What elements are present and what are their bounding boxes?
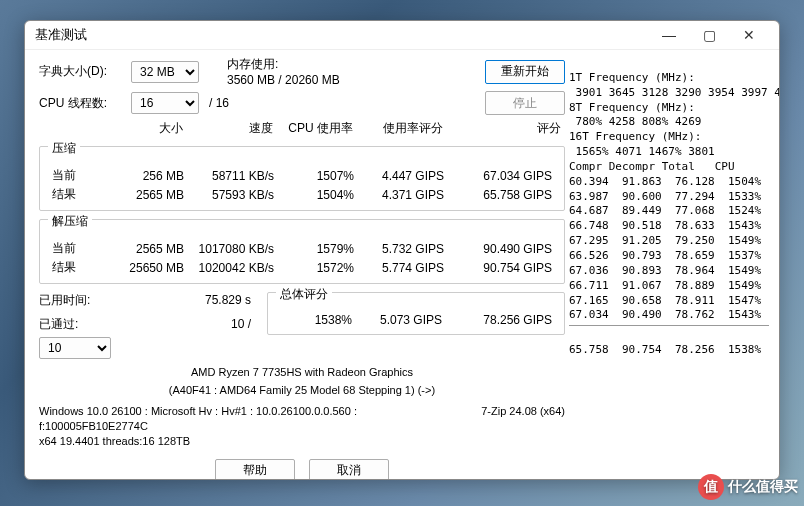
memory-label: 内存使用: <box>227 56 479 73</box>
benchmark-window: 基准测试 — ▢ ✕ 字典大小(D): 32 MB 内存使用: 3560 MB … <box>24 20 780 480</box>
os-info: Windows 10.0 26100 : Microsoft Hv : Hv#1… <box>39 404 357 419</box>
column-headers: 大小 速度 CPU 使用率 使用率评分 评分 <box>39 119 565 138</box>
total-legend: 总体评分 <box>276 286 332 303</box>
elapsed-label: 已用时间: <box>39 292 125 309</box>
decompress-legend: 解压缩 <box>48 213 92 230</box>
side-stats: 1T Frequency (MHz): 3901 3645 3128 3290 … <box>569 56 769 480</box>
titlebar[interactable]: 基准测试 — ▢ ✕ <box>25 21 779 50</box>
passes-select[interactable]: 10 <box>39 337 111 359</box>
window-title: 基准测试 <box>35 26 649 44</box>
restart-button[interactable]: 重新开始 <box>485 60 565 84</box>
stop-button[interactable]: 停止 <box>485 91 565 115</box>
total-rating-group: 总体评分 1538% 5.073 GIPS 78.256 GIPS <box>267 292 565 335</box>
compress-group: 压缩 当前 256 MB 58711 KB/s 1507% 4.447 GIPS… <box>39 146 565 211</box>
elapsed-value: 75.829 s <box>131 293 267 307</box>
table-row: 结果 2565 MB 57593 KB/s 1504% 4.371 GIPS 6… <box>48 185 556 204</box>
minimize-button[interactable]: — <box>649 21 689 49</box>
memory-value: 3560 MB / 20260 MB <box>227 73 479 87</box>
cpu-detail: (A40F41 : AMD64 Family 25 Model 68 Stepp… <box>39 384 565 396</box>
compress-legend: 压缩 <box>48 140 80 157</box>
arch-info: x64 19.4401 threads:16 128TB <box>39 434 565 449</box>
close-button[interactable]: ✕ <box>729 21 769 49</box>
maximize-button[interactable]: ▢ <box>689 21 729 49</box>
cancel-button[interactable]: 取消 <box>309 459 389 480</box>
help-button[interactable]: 帮助 <box>215 459 295 480</box>
table-row: 结果 25650 MB 1020042 KB/s 1572% 5.774 GIP… <box>48 258 556 277</box>
decompress-group: 解压缩 当前 2565 MB 1017080 KB/s 1579% 5.732 … <box>39 219 565 284</box>
table-row: 当前 2565 MB 1017080 KB/s 1579% 5.732 GIPS… <box>48 239 556 258</box>
dict-size-label: 字典大小(D): <box>39 63 125 80</box>
passes-label: 已通过: <box>39 316 125 333</box>
separator <box>569 325 769 326</box>
cpu-name: AMD Ryzen 7 7735HS with Radeon Graphics <box>39 366 565 378</box>
watermark: 值 什么值得买 <box>698 474 798 500</box>
table-row: 当前 256 MB 58711 KB/s 1507% 4.447 GIPS 67… <box>48 166 556 185</box>
dict-size-select[interactable]: 32 MB <box>131 61 199 83</box>
threads-label: CPU 线程数: <box>39 95 125 112</box>
table-row: 1538% 5.073 GIPS 78.256 GIPS <box>276 312 556 328</box>
threads-select[interactable]: 16 <box>131 92 199 114</box>
feature-flags: f:100005FB10E2774C <box>39 419 565 434</box>
watermark-badge-icon: 值 <box>698 474 724 500</box>
passes-value: 10 / <box>131 317 267 331</box>
app-version: 7-Zip 24.08 (x64) <box>481 404 565 419</box>
watermark-text: 什么值得买 <box>728 478 798 496</box>
threads-total: / 16 <box>209 96 229 110</box>
